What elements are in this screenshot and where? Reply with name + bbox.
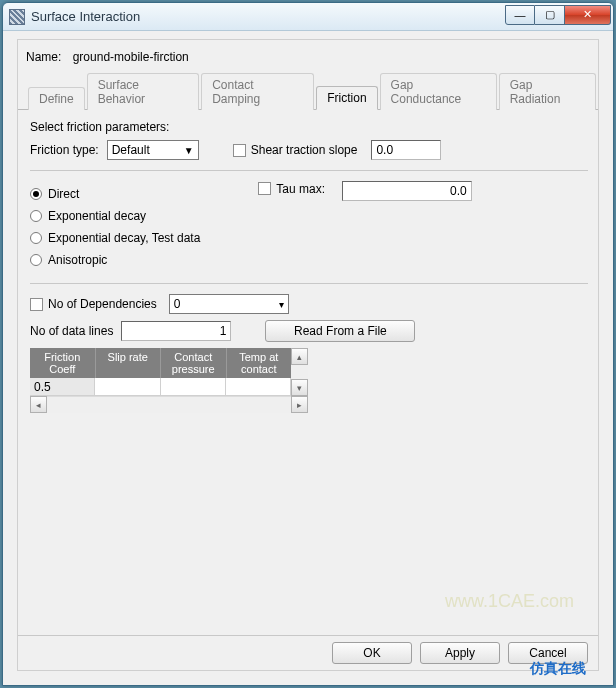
col-temp-at-contact[interactable]: Temp at contact (227, 348, 292, 378)
minimize-button[interactable]: — (505, 5, 535, 25)
checkbox-box (30, 298, 43, 311)
cell-slip-rate[interactable] (95, 378, 160, 396)
scroll-track[interactable] (291, 365, 308, 379)
col-friction-coeff[interactable]: Friction Coeff (30, 348, 96, 378)
radio-circle (30, 210, 42, 222)
watermark: www.1CAE.com (445, 591, 574, 612)
radio-circle (30, 188, 42, 200)
scroll-left-icon[interactable]: ◂ (30, 396, 47, 413)
client-area: Name: ground-mobile-firction Define Surf… (17, 39, 599, 671)
dependencies-label: No of Dependencies (48, 297, 157, 311)
data-lines-label: No of data lines (30, 324, 113, 338)
tab-gap-radiation[interactable]: Gap Radiation (499, 73, 596, 110)
mode-tau-row: Direct Exponential decay Exponential dec… (30, 181, 588, 273)
separator (30, 283, 588, 284)
tab-contact-damping[interactable]: Contact Damping (201, 73, 314, 110)
tau-max-checkbox[interactable]: Tau max: (258, 182, 325, 196)
dialog-button-bar: OK Apply Cancel (18, 635, 598, 670)
tab-define[interactable]: Define (28, 87, 85, 110)
name-value: ground-mobile-firction (73, 50, 189, 64)
mode-exp-decay-label: Exponential decay (48, 209, 146, 223)
friction-type-value: Default (112, 143, 150, 157)
table-header: Friction Coeff Slip rate Contact pressur… (30, 348, 291, 378)
friction-type-combo[interactable]: Default ▼ (107, 140, 199, 160)
cell-friction-coeff[interactable]: 0.5 (30, 378, 95, 396)
scroll-down-icon[interactable]: ▾ (291, 379, 308, 396)
checkbox-box (233, 144, 246, 157)
close-button[interactable]: ✕ (565, 5, 611, 25)
shear-traction-label: Shear traction slope (251, 143, 358, 157)
friction-type-row: Friction type: Default ▼ Shear traction … (30, 140, 588, 160)
mode-exp-decay-test[interactable]: Exponential decay, Test data (30, 231, 200, 245)
table-vscroll[interactable]: ▴ ▾ (291, 348, 308, 396)
shear-traction-input[interactable]: 0.0 (371, 140, 441, 160)
checkbox-box (258, 182, 271, 195)
mode-anisotropic[interactable]: Anisotropic (30, 253, 200, 267)
table-row[interactable]: 0.5 (30, 378, 291, 396)
name-row: Name: ground-mobile-firction (18, 40, 598, 72)
apply-button[interactable]: Apply (420, 642, 500, 664)
chevron-down-icon: ▼ (184, 145, 194, 156)
mode-direct[interactable]: Direct (30, 187, 200, 201)
titlebar[interactable]: Surface Interaction — ▢ ✕ (3, 3, 613, 31)
radio-circle (30, 232, 42, 244)
dependencies-combo[interactable]: 0 ▾ (169, 294, 289, 314)
scroll-up-icon[interactable]: ▴ (291, 348, 308, 365)
dependencies-value: 0 (174, 297, 181, 311)
shear-traction-checkbox[interactable]: Shear traction slope (233, 143, 358, 157)
dependencies-row: No of Dependencies 0 ▾ (30, 294, 588, 314)
scroll-track[interactable] (47, 396, 291, 413)
col-contact-pressure[interactable]: Contact pressure (161, 348, 227, 378)
tab-friction[interactable]: Friction (316, 86, 377, 110)
tab-gap-conductance[interactable]: Gap Conductance (380, 73, 497, 110)
data-lines-row: No of data lines 1 Read From a File (30, 320, 588, 342)
data-lines-input[interactable]: 1 (121, 321, 231, 341)
app-icon (9, 9, 25, 25)
dependencies-checkbox[interactable]: No of Dependencies (30, 297, 157, 311)
read-from-file-button[interactable]: Read From a File (265, 320, 415, 342)
name-label: Name: (26, 50, 61, 64)
window-controls: — ▢ ✕ (505, 5, 611, 25)
mode-direct-label: Direct (48, 187, 79, 201)
chevron-down-icon: ▾ (279, 299, 284, 310)
ok-button[interactable]: OK (332, 642, 412, 664)
mode-exp-decay-test-label: Exponential decay, Test data (48, 231, 200, 245)
cell-contact-pressure[interactable] (161, 378, 226, 396)
mode-radio-group: Direct Exponential decay Exponential dec… (30, 187, 200, 267)
tab-strip: Define Surface Behavior Contact Damping … (18, 72, 598, 110)
maximize-button[interactable]: ▢ (535, 5, 565, 25)
table-hscroll[interactable]: ◂ ▸ (30, 396, 308, 413)
window-title: Surface Interaction (31, 9, 505, 24)
data-table: Friction Coeff Slip rate Contact pressur… (30, 348, 308, 396)
tab-surface-behavior[interactable]: Surface Behavior (87, 73, 199, 110)
select-parameters-label: Select friction parameters: (30, 120, 588, 134)
separator (30, 170, 588, 171)
mode-exp-decay[interactable]: Exponential decay (30, 209, 200, 223)
radio-circle (30, 254, 42, 266)
tau-max-label: Tau max: (276, 182, 325, 196)
cancel-button[interactable]: Cancel (508, 642, 588, 664)
friction-tab-page: Select friction parameters: Friction typ… (18, 110, 598, 423)
col-slip-rate[interactable]: Slip rate (96, 348, 162, 378)
window-frame: Surface Interaction — ▢ ✕ Name: ground-m… (2, 2, 614, 686)
friction-type-label: Friction type: (30, 143, 99, 157)
mode-anisotropic-label: Anisotropic (48, 253, 107, 267)
scroll-right-icon[interactable]: ▸ (291, 396, 308, 413)
tau-max-input[interactable]: 0.0 (342, 181, 472, 201)
cell-temp-at-contact[interactable] (226, 378, 291, 396)
